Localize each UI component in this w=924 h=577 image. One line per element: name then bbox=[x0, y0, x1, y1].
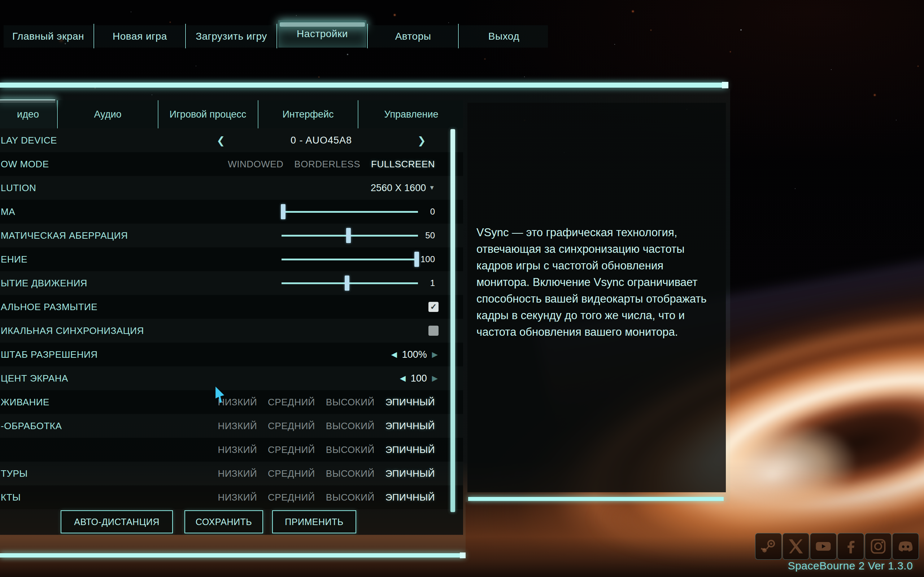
slider-track bbox=[281, 259, 418, 260]
bloom-slider[interactable] bbox=[281, 247, 418, 271]
caret-down-icon: ▼ bbox=[429, 184, 435, 192]
row-display-device: LAY DEVICE ❮ 0 - AUO45A8 ❯ bbox=[0, 128, 463, 152]
slider-handle[interactable] bbox=[281, 204, 286, 219]
option-high[interactable]: ВЫСОКИЙ bbox=[326, 468, 375, 479]
social-links bbox=[755, 533, 919, 560]
option-epic[interactable]: ЭПИЧНЫЙ bbox=[386, 397, 435, 408]
option-medium[interactable]: СРЕДНИЙ bbox=[268, 468, 315, 479]
chevron-left-icon[interactable]: ❮ bbox=[216, 134, 225, 147]
nav-label: Выход bbox=[488, 31, 519, 42]
option-epic[interactable]: ЭПИЧНЫЙ bbox=[386, 492, 435, 503]
option-windowed[interactable]: WINDOWED bbox=[228, 159, 283, 170]
option-medium[interactable]: СРЕДНИЙ bbox=[268, 421, 315, 432]
game-settings-screen: Главный экран Новая игра Загрузить игру … bbox=[0, 0, 924, 577]
discord-icon[interactable] bbox=[892, 533, 919, 560]
row-local-blur: АЛЬНОЕ РАЗМЫТИЕ ✓ bbox=[0, 295, 463, 319]
slider-handle[interactable] bbox=[345, 276, 349, 291]
motion-blur-value: 1 bbox=[430, 271, 435, 295]
row-window-mode: OW MODE WINDOWED BORDERLESS FULLSCREEN bbox=[0, 152, 463, 176]
setting-label: КТЫ bbox=[1, 485, 21, 509]
setting-label: ЖИВАНИЕ bbox=[1, 390, 50, 414]
quality-options: НИЗКИЙ СРЕДНИЙ ВЫСОКИЙ ЭПИЧНЫЙ bbox=[218, 438, 435, 462]
instagram-icon[interactable] bbox=[865, 533, 892, 560]
vsync-checkbox[interactable] bbox=[428, 326, 439, 336]
x-twitter-icon[interactable] bbox=[782, 533, 809, 560]
gamma-slider[interactable] bbox=[281, 200, 418, 224]
option-medium[interactable]: СРЕДНИЙ bbox=[268, 444, 315, 456]
quality-options: НИЗКИЙ СРЕДНИЙ ВЫСОКИЙ ЭПИЧНЫЙ bbox=[218, 414, 435, 438]
row-vertical-sync: ИКАЛЬНАЯ СИНХРОНИЗАЦИЯ bbox=[0, 319, 463, 343]
steam-icon[interactable] bbox=[755, 533, 782, 560]
motion-blur-slider[interactable] bbox=[281, 271, 418, 295]
tab-audio[interactable]: Аудио bbox=[59, 100, 157, 128]
quality-options: НИЗКИЙ СРЕДНИЙ ВЫСОКИЙ ЭПИЧНЫЙ bbox=[218, 390, 435, 414]
arrow-left-icon[interactable]: ◀ bbox=[400, 374, 406, 383]
auto-distance-button[interactable]: АВТО-ДИСТАНЦИЯ bbox=[61, 510, 173, 533]
save-button[interactable]: СОХРАНИТЬ bbox=[184, 510, 263, 533]
row-bloom: ЕНИЕ 100 bbox=[0, 247, 463, 271]
youtube-icon[interactable] bbox=[810, 533, 837, 560]
tab-label: Управление bbox=[384, 109, 438, 120]
slider-handle[interactable] bbox=[346, 228, 351, 243]
tab-gameplay[interactable]: Игровой процесс bbox=[159, 100, 257, 128]
resolution-value: 2560 X 1600 bbox=[371, 182, 426, 193]
setting-label: МА bbox=[1, 200, 15, 224]
screen-percentage-value: 100 bbox=[411, 373, 427, 384]
option-borderless[interactable]: BORDERLESS bbox=[294, 159, 360, 170]
nav-load-game[interactable]: Загрузить игру bbox=[187, 25, 276, 48]
option-low[interactable]: НИЗКИЙ bbox=[218, 397, 257, 408]
row-gamma: МА 0 bbox=[0, 200, 463, 224]
option-high[interactable]: ВЫСОКИЙ bbox=[326, 492, 375, 503]
quality-options: НИЗКИЙ СРЕДНИЙ ВЫСОКИЙ ЭПИЧНЫЙ bbox=[218, 485, 435, 509]
row-post-processing: -ОБРАБОТКА НИЗКИЙ СРЕДНИЙ ВЫСОКИЙ ЭПИЧНЫ… bbox=[0, 414, 463, 438]
option-high[interactable]: ВЫСОКИЙ bbox=[326, 397, 375, 408]
slider-handle[interactable] bbox=[414, 252, 419, 267]
option-high[interactable]: ВЫСОКИЙ bbox=[326, 421, 375, 432]
option-epic[interactable]: ЭПИЧНЫЙ bbox=[386, 468, 435, 479]
tab-separator bbox=[158, 100, 158, 128]
row-shadows: НИЗКИЙ СРЕДНИЙ ВЫСОКИЙ ЭПИЧНЫЙ bbox=[0, 438, 463, 462]
nav-credits[interactable]: Авторы bbox=[369, 25, 457, 48]
option-low[interactable]: НИЗКИЙ bbox=[218, 468, 257, 479]
tab-video[interactable]: идео bbox=[0, 100, 56, 128]
nav-main-screen[interactable]: Главный экран bbox=[3, 25, 93, 48]
chromatic-aberration-slider[interactable] bbox=[281, 224, 418, 247]
arrow-right-icon[interactable]: ▶ bbox=[432, 374, 438, 383]
nav-exit[interactable]: Выход bbox=[460, 25, 548, 48]
nav-new-game[interactable]: Новая игра bbox=[95, 25, 184, 48]
tab-controls[interactable]: Управление bbox=[360, 100, 463, 128]
apply-button[interactable]: ПРИМЕНИТЬ bbox=[272, 510, 356, 533]
arrow-right-icon[interactable]: ▶ bbox=[432, 350, 438, 359]
option-high[interactable]: ВЫСОКИЙ bbox=[326, 444, 375, 456]
chevron-right-icon[interactable]: ❯ bbox=[418, 134, 426, 147]
option-medium[interactable]: СРЕДНИЙ bbox=[268, 397, 315, 408]
option-low[interactable]: НИЗКИЙ bbox=[218, 421, 257, 432]
nav-separator bbox=[367, 24, 368, 48]
option-fullscreen[interactable]: FULLSCREEN bbox=[371, 159, 435, 170]
option-low[interactable]: НИЗКИЙ bbox=[218, 444, 257, 456]
nav-settings[interactable]: Настройки bbox=[278, 20, 366, 48]
nav-label: Загрузить игру bbox=[195, 31, 267, 42]
row-motion-blur: ЫТИЕ ДВИЖЕНИЯ 1 bbox=[0, 271, 463, 295]
window-mode-options: WINDOWED BORDERLESS FULLSCREEN bbox=[228, 152, 435, 176]
row-effects: КТЫ НИЗКИЙ СРЕДНИЙ ВЫСОКИЙ ЭПИЧНЫЙ bbox=[0, 485, 463, 509]
resolution-scale-value: 100% bbox=[402, 349, 427, 360]
arrow-left-icon[interactable]: ◀ bbox=[391, 350, 397, 359]
setting-label: LAY DEVICE bbox=[1, 128, 57, 152]
option-epic[interactable]: ЭПИЧНЫЙ bbox=[386, 421, 435, 432]
facebook-icon[interactable] bbox=[837, 533, 864, 560]
option-low[interactable]: НИЗКИЙ bbox=[218, 492, 257, 503]
tab-separator bbox=[358, 100, 359, 128]
row-resolution-scale: ШТАБ РАЗРЕШЕНИЯ ◀ 100% ▶ bbox=[0, 343, 463, 366]
setting-label: -ОБРАБОТКА bbox=[1, 414, 62, 438]
button-label: ПРИМЕНИТЬ bbox=[285, 517, 343, 527]
nav-separator bbox=[185, 24, 186, 48]
option-epic[interactable]: ЭПИЧНЫЙ bbox=[386, 444, 435, 456]
quality-options: НИЗКИЙ СРЕДНИЙ ВЫСОКИЙ ЭПИЧНЫЙ bbox=[218, 462, 435, 485]
tab-interface[interactable]: Интерфейс bbox=[259, 100, 357, 128]
local-blur-checkbox[interactable]: ✓ bbox=[428, 302, 439, 312]
resolution-dropdown[interactable]: 2560 X 1600 ▼ bbox=[371, 176, 435, 200]
tab-label: идео bbox=[17, 109, 39, 120]
option-medium[interactable]: СРЕДНИЙ bbox=[268, 492, 315, 503]
settings-scrollbar[interactable] bbox=[451, 129, 455, 512]
